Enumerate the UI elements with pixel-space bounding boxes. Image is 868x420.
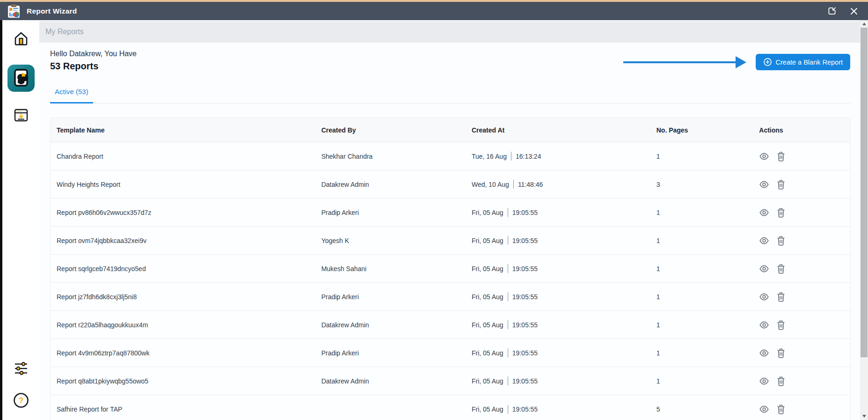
sidebar-item-help[interactable]: ?: [13, 392, 29, 410]
created-date: Fri, 05 Aug: [472, 349, 503, 357]
view-report-button[interactable]: [759, 376, 769, 386]
view-report-button[interactable]: [759, 320, 769, 330]
sidebar-item-export[interactable]: [14, 108, 29, 124]
table-row[interactable]: Report r220a5lhaqgoukkuux4m Datakrew Adm…: [51, 311, 850, 339]
cell-template-name: Report r220a5lhaqgoukkuux4m: [51, 321, 315, 329]
window-download-icon: [14, 108, 29, 124]
view-report-button[interactable]: [759, 292, 769, 302]
table-row[interactable]: Report sqrlgceb7419dncyo5ed Mukesh Sahan…: [51, 255, 850, 283]
view-report-button[interactable]: [759, 207, 769, 218]
cell-created-at: Wed, 10 Aug 11:48:46: [466, 180, 650, 189]
col-header-created-by: Created By: [315, 126, 466, 134]
date-time-divider: [508, 348, 508, 357]
view-report-button[interactable]: [759, 236, 769, 246]
table-row[interactable]: Report 4v9m06ztrp7aq87800wk Pradip Arker…: [51, 339, 850, 367]
col-header-created-at: Created At: [466, 126, 650, 134]
created-date: Fri, 05 Aug: [472, 237, 503, 244]
delete-report-button[interactable]: [776, 179, 786, 190]
cell-created-by: Pradip Arkeri: [315, 209, 466, 216]
delete-report-button[interactable]: [776, 404, 786, 414]
delete-report-button[interactable]: [776, 264, 786, 274]
cell-actions: [753, 179, 850, 190]
close-icon[interactable]: [848, 6, 860, 17]
created-date: Fri, 05 Aug: [472, 265, 503, 273]
delete-report-button[interactable]: [776, 292, 786, 302]
cell-created-by: Yogesh K: [315, 237, 466, 244]
sidebar: ?: [0, 20, 39, 420]
scrollbar-up-arrow-icon[interactable]: [860, 20, 868, 28]
window-body: ? My Reports Hello Datakrew, You Have 53…: [0, 20, 868, 420]
vertical-scrollbar[interactable]: [860, 20, 868, 420]
breadcrumb: My Reports: [45, 28, 84, 36]
titlebar: Report Wizard: [0, 2, 868, 20]
pop-in-window-icon[interactable]: [826, 5, 838, 17]
scrollbar-thumb[interactable]: [861, 28, 868, 357]
sidebar-item-reports-active[interactable]: [7, 65, 35, 92]
cell-actions: [753, 292, 850, 302]
cell-actions: [753, 264, 850, 274]
trash-icon: [776, 236, 786, 246]
view-report-button[interactable]: [759, 151, 769, 162]
cell-created-at: Fri, 05 Aug 19:05:55: [466, 348, 650, 357]
col-header-template-name: Template Name: [51, 126, 315, 134]
created-date: Fri, 05 Aug: [472, 209, 503, 216]
created-time: 19:05:55: [512, 293, 538, 301]
delete-report-button[interactable]: [776, 376, 786, 386]
col-header-actions: Actions: [753, 126, 850, 134]
cell-no-pages: 1: [650, 237, 753, 244]
sidebar-item-home[interactable]: [13, 30, 29, 49]
table-row[interactable]: Report ovm74jqbbkcaa32xei9v Yogesh K Fri…: [51, 227, 850, 255]
eye-icon: [759, 376, 769, 386]
tab-bar: Active (53): [50, 88, 851, 103]
created-time: 19:05:55: [512, 209, 538, 216]
create-blank-report-button[interactable]: Create a Blank Report: [756, 54, 850, 70]
cell-created-at: Fri, 05 Aug 19:05:55: [466, 264, 650, 273]
date-time-divider: [511, 152, 511, 161]
cell-actions: [753, 404, 850, 414]
delete-report-button[interactable]: [776, 348, 786, 358]
view-report-button[interactable]: [759, 264, 769, 274]
cell-actions: [753, 207, 850, 218]
table-row[interactable]: Report jz7fdh6dk8cxj3lj5ni8 Pradip Arker…: [51, 283, 850, 311]
eye-icon: [759, 404, 769, 414]
delete-report-button[interactable]: [776, 320, 786, 330]
report-count: 53 Reports: [50, 61, 137, 72]
view-report-button[interactable]: [759, 348, 769, 358]
table-row[interactable]: Report q8abt1pkiywqbg55owo5 Datakrew Adm…: [51, 367, 850, 395]
created-time: 19:05:55: [512, 321, 538, 329]
cell-template-name: Report jz7fdh6dk8cxj3lj5ni8: [51, 293, 315, 301]
eye-icon: [759, 179, 769, 190]
eye-icon: [759, 207, 769, 218]
view-report-button[interactable]: [759, 179, 769, 190]
eye-icon: [759, 348, 769, 358]
table-row[interactable]: Report pv86h06v2wwucx357d7z Pradip Arker…: [51, 199, 850, 227]
report-wizard-window: Report Wizard: [0, 0, 868, 420]
cell-no-pages: 1: [650, 321, 753, 329]
trash-icon: [776, 207, 786, 218]
cell-no-pages: 5: [650, 405, 753, 413]
cell-template-name: Report ovm74jqbbkcaa32xei9v: [51, 237, 315, 244]
date-time-divider: [508, 376, 508, 385]
date-time-divider: [513, 180, 514, 189]
cell-actions: [753, 151, 850, 162]
table-row[interactable]: Safhire Report for TAP Fri, 05 Aug 19:05…: [51, 395, 850, 420]
delete-report-button[interactable]: [776, 236, 786, 246]
report-wizard-app-icon: [7, 4, 20, 18]
delete-report-button[interactable]: [776, 151, 786, 162]
cell-created-by: Shekhar Chandra: [315, 153, 466, 160]
delete-report-button[interactable]: [776, 207, 786, 218]
created-date: Fri, 05 Aug: [472, 293, 503, 301]
cell-created-by: Datakrew Admin: [315, 377, 466, 385]
table-body: Chandra Report Shekhar Chandra Tue, 16 A…: [51, 142, 850, 420]
scrollbar-down-arrow-icon[interactable]: [860, 413, 868, 420]
date-time-divider: [508, 292, 508, 301]
created-date: Fri, 05 Aug: [472, 321, 503, 329]
created-date: Tue, 16 Aug: [472, 153, 507, 160]
date-time-divider: [508, 264, 508, 273]
table-row[interactable]: Chandra Report Shekhar Chandra Tue, 16 A…: [51, 142, 850, 170]
view-report-button[interactable]: [759, 404, 769, 414]
table-row[interactable]: Windy Heights Report Datakrew Admin Wed,…: [51, 170, 850, 199]
sidebar-item-filters[interactable]: [14, 361, 29, 377]
tab-active[interactable]: Active (53): [50, 88, 93, 103]
svg-text:?: ?: [18, 396, 23, 405]
